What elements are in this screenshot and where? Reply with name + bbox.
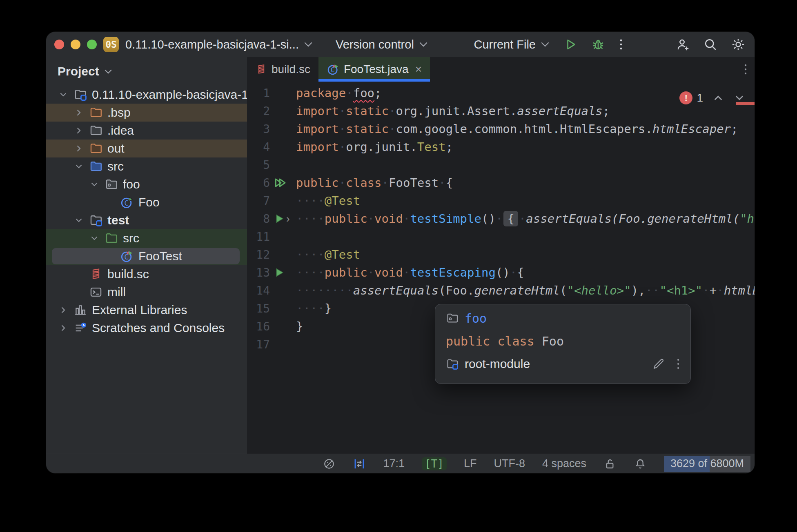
tab-options-icon[interactable] (744, 57, 747, 82)
tree-item-test-src[interactable]: src (46, 229, 247, 247)
project-tool-window: Project 0.11.10-example-basicjava-1-si (46, 57, 247, 454)
prev-error-icon[interactable] (712, 92, 724, 104)
highlighting-level-icon[interactable] (323, 457, 336, 470)
terminal-file-icon (89, 285, 103, 299)
code-line: 5 (247, 156, 755, 174)
scala-file-icon (89, 267, 103, 282)
code-line: 7····@Test (247, 192, 755, 210)
tree-item-scratches[interactable]: Scratches and Consoles (46, 319, 247, 337)
code-line: 2import·static·org.junit.Assert.assertEq… (247, 102, 755, 120)
quick-documentation-popup: foo public class Foo root-module (435, 304, 691, 384)
folded-brace[interactable]: { (503, 211, 518, 226)
test-class-icon: C (120, 249, 134, 264)
lock-icon[interactable] (603, 457, 617, 470)
tree-item-bsp[interactable]: .bsp (46, 104, 247, 122)
run-test-icon[interactable] (273, 213, 285, 225)
editor-tabbar: build.sc C FooTest.java × (247, 57, 755, 82)
tree-item-external-libraries[interactable]: External Libraries (46, 301, 247, 319)
test-class-icon: C (327, 63, 340, 76)
run-test-icon[interactable] (273, 266, 285, 279)
code-line: 12····@Test (247, 246, 755, 264)
tab-label: build.sc (272, 63, 310, 76)
editor-area: build.sc C FooTest.java × ! 1 (247, 57, 755, 454)
run-button[interactable] (563, 38, 577, 51)
search-icon[interactable] (703, 37, 718, 52)
notifications-bell-icon[interactable] (634, 457, 647, 470)
fold-arrow-icon[interactable]: › (286, 213, 290, 225)
code-editor[interactable]: ! 1 1package·foo; 2import·static·org.jun… (247, 82, 755, 454)
run-configuration-selector[interactable]: Current File (474, 38, 550, 51)
code-line: 4import·org.junit.Test; (247, 138, 755, 156)
indent-setting[interactable]: 4 spaces (542, 457, 586, 470)
chevron-down-icon (304, 42, 313, 47)
close-tab-icon[interactable]: × (415, 63, 422, 76)
tree-item-mill[interactable]: mill (46, 283, 247, 301)
tree-item-footest-class[interactable]: C FooTest (46, 247, 247, 265)
project-title-menu[interactable]: 0.11.10-example-basicjava-1-si... (125, 38, 313, 51)
project-avatar: 0S (103, 37, 119, 52)
excluded-folder-icon (89, 105, 103, 120)
test-badge[interactable]: [T] (422, 457, 447, 470)
module-folder-icon (89, 213, 103, 228)
more-actions-icon[interactable] (619, 38, 623, 51)
tree-item-foo-package[interactable]: foo (46, 175, 247, 193)
next-error-icon[interactable] (733, 92, 746, 104)
scratches-icon (73, 321, 88, 335)
popup-module-row: root-module (435, 352, 690, 375)
more-options-icon[interactable] (677, 358, 680, 370)
module-folder-icon (73, 87, 88, 102)
popup-package-name: foo (465, 311, 487, 326)
ide-window: 0S 0.11.10-example-basicjava-1-si... Ver… (46, 32, 755, 473)
tree-item-src[interactable]: src (46, 157, 247, 175)
module-folder-icon (446, 357, 459, 370)
statusbar: 17:1 [T] LF UTF-8 4 spaces 3629 of 6800M (46, 454, 755, 473)
traffic-lights (46, 40, 97, 49)
code-line: 8›····public·void·testSimple()·{·assertE… (247, 210, 755, 228)
cursor-position[interactable]: 17:1 (383, 457, 405, 470)
code-line: 1package·foo; (247, 84, 755, 102)
code-with-me-icon[interactable] (675, 37, 690, 52)
libraries-icon (73, 303, 88, 317)
chevron-down-icon[interactable] (87, 231, 102, 246)
tab-build-sc[interactable]: build.sc (247, 57, 318, 82)
run-all-tests-icon[interactable] (273, 176, 287, 190)
minimize-window-button[interactable] (71, 40, 80, 49)
edit-pencil-icon[interactable] (652, 357, 665, 370)
popup-package-row[interactable]: foo (435, 307, 690, 330)
project-panel-header[interactable]: Project (46, 57, 247, 86)
project-tree: 0.11.10-example-basicjava-1-si .bsp .ide… (46, 86, 247, 337)
column-selection-icon[interactable] (353, 457, 366, 470)
chevron-down-icon[interactable] (71, 159, 86, 174)
chevron-down-icon[interactable] (56, 87, 71, 102)
chevron-down-icon[interactable] (71, 213, 86, 228)
chevron-down-icon[interactable] (87, 177, 102, 192)
tab-footest-java[interactable]: C FooTest.java × (318, 57, 430, 82)
line-separator[interactable]: LF (464, 457, 477, 470)
svg-text:C: C (124, 199, 128, 207)
titlebar: 0S 0.11.10-example-basicjava-1-si... Ver… (46, 32, 755, 57)
tree-item-idea[interactable]: .idea (46, 122, 247, 140)
chevron-right-icon[interactable] (56, 303, 71, 317)
tree-item-foo-class[interactable]: C Foo (46, 193, 247, 211)
test-source-folder-icon (104, 231, 119, 246)
excluded-folder-icon (89, 141, 103, 156)
tree-item-root[interactable]: 0.11.10-example-basicjava-1-si (46, 86, 247, 104)
close-window-button[interactable] (54, 40, 64, 49)
file-encoding[interactable]: UTF-8 (494, 457, 525, 470)
chevron-right-icon[interactable] (71, 105, 86, 120)
memory-indicator[interactable]: 3629 of 6800M (664, 456, 750, 472)
version-control-menu[interactable]: Version control (336, 38, 428, 51)
tree-item-test-module[interactable]: test (46, 211, 247, 229)
settings-gear-icon[interactable] (731, 37, 746, 52)
tree-item-build-sc[interactable]: build.sc (46, 265, 247, 283)
code-line: 14········assertEquals(Foo.generateHtml(… (247, 282, 755, 299)
java-class-icon: C (120, 195, 134, 210)
chevron-right-icon[interactable] (71, 141, 86, 156)
chevron-right-icon[interactable] (71, 123, 86, 138)
tree-item-out[interactable]: out (46, 140, 247, 157)
inspection-widget[interactable]: ! 1 (679, 91, 746, 104)
code-line: 11 (247, 228, 755, 246)
chevron-right-icon[interactable] (56, 321, 71, 335)
debug-button[interactable] (591, 38, 605, 51)
zoom-window-button[interactable] (87, 40, 97, 49)
